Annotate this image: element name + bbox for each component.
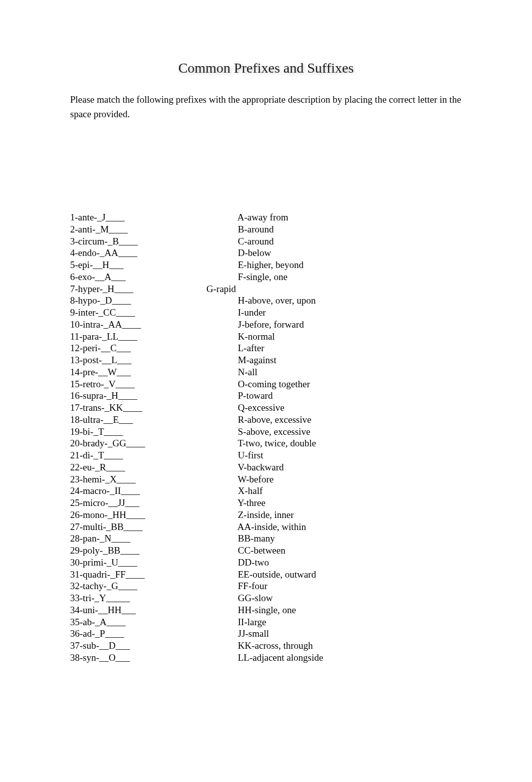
description-item: O-coming together [235,378,462,390]
prefix-item: 24-macro-_II____ [70,485,235,497]
description-item: AA-inside, within [235,521,462,533]
description-item: R-above, excessive [235,414,462,426]
prefix-item: 17-trans-_KK____ [70,402,235,414]
prefix-item: 9-inter-_CC____ [70,307,235,319]
description-item: H-above, over, upon [235,295,462,307]
description-item: CC-between [235,545,462,557]
prefix-item: 1-ante-_J____ [70,211,235,223]
prefix-item: 8-hypo-_D____ [70,295,235,307]
prefix-item: 25-micro-__JJ___ [70,497,235,509]
description-item: E-higher, beyond [235,259,462,271]
description-item: P-toward [235,390,462,402]
description-column: A-away from B-around C-around D-below E-… [235,211,462,664]
description-item: V-backward [235,461,462,473]
prefix-item: 30-primi-_U____ [70,557,235,569]
prefix-item: 35-ab-_A____ [70,616,235,628]
prefix-item: 37-sub-__D___ [70,640,235,652]
description-item: C-around [235,235,462,247]
prefix-item: 13-post-__L___ [70,354,235,366]
prefix-item: 18-ultra-__E___ [70,414,235,426]
prefix-item: 21-di-_T____ [70,449,235,461]
description-item: J-before, forward [235,319,462,331]
description-item: B-around [235,223,462,235]
description-item: Q-excessive [235,402,462,414]
prefix-item: 28-pan-_N____ [70,533,235,545]
description-item: DD-two [235,557,462,569]
prefix-item: 32-tachy-_G____ [70,580,235,592]
description-item: T-two, twice, double [235,437,462,449]
description-item: X-half [235,485,462,497]
description-item: GG-slow [235,592,462,604]
prefix-item: 12-peri-__C___ [70,342,235,354]
prefix-item: 20-brady-_GG____ [70,437,235,449]
description-item: HH-single, one [235,604,462,616]
description-item: JJ-small [235,628,462,640]
prefix-item: 33-tri-_Y_____ [70,592,235,604]
prefix-item: 6-exo-__A___ [70,271,235,283]
description-item: Z-inside, inner [235,509,462,521]
prefix-item: 3-circum-_B____ [70,235,235,247]
description-item: N-all [235,366,462,378]
description-item: BB-many [235,533,462,545]
description-item: F-single, one [235,271,462,283]
description-item: FF-four [235,580,462,592]
description-item: D-below [235,247,462,259]
prefix-item: 22-eu-_R____ [70,461,235,473]
page-title: Common Prefixes and Suffixes [70,59,462,77]
description-item: L-after [235,342,462,354]
description-item: U-first [235,449,462,461]
prefix-item: 34-uni-__HH___ [70,604,235,616]
prefix-item: 2-anti-_M____ [70,223,235,235]
prefix-column: 1-ante-_J____2-anti-_M____3-circum-_B___… [70,211,235,664]
description-item: Y-three [235,497,462,509]
prefix-item: 5-epi-__H___ [70,259,235,271]
prefix-item: 16-supra-_H____ [70,390,235,402]
prefix-item: 29-poly-_BB____ [70,545,235,557]
description-item: G-rapid [206,283,462,295]
description-item: KK-across, through [235,640,462,652]
description-item: M-against [235,354,462,366]
prefix-item: 15-retro-_V____ [70,378,235,390]
description-item: II-large [235,616,462,628]
prefix-item: 14-pre-__W___ [70,366,235,378]
prefix-item: 10-intra-_AA____ [70,319,235,331]
prefix-item: 4-endo-_AA____ [70,247,235,259]
prefix-item: 38-syn-__O___ [70,652,235,664]
description-item: S-above, excessive [235,426,462,438]
description-item: A-away from [235,211,462,223]
prefix-item: 23-hemi-_X____ [70,473,235,485]
description-item: K-normal [235,331,462,343]
prefix-item: 27-multi-_BB____ [70,521,235,533]
description-item: LL-adjacent alongside [235,652,462,664]
description-item: EE-outside, outward [235,569,462,581]
description-item: I-under [235,307,462,319]
prefix-item: 19-bi-_T____ [70,426,235,438]
description-item: W-before [235,473,462,485]
prefix-item: 11-para-_LL____ [70,331,235,343]
instructions-text: Please match the following prefixes with… [70,93,462,121]
prefix-item: 36-ad-_P____ [70,628,235,640]
content-columns: 1-ante-_J____2-anti-_M____3-circum-_B___… [70,211,462,664]
prefix-item: 31-quadri-_FF____ [70,569,235,581]
prefix-item: 26-mono-_HH____ [70,509,235,521]
